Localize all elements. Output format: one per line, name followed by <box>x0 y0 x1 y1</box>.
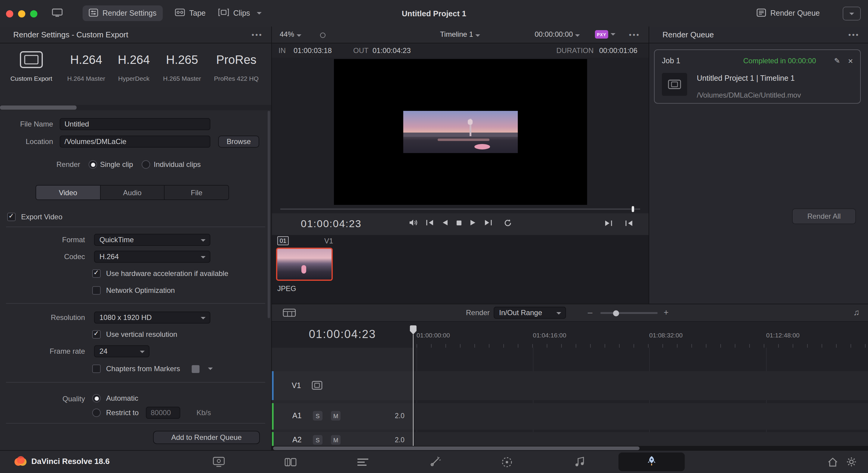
chapters-checkbox[interactable] <box>92 365 101 373</box>
render-job-card[interactable]: Job 1 Completed in 00:00:00 ✎ × Untitled… <box>654 50 861 104</box>
timeline-ruler[interactable]: 01:00:04:23 01:00:00:00 01:04:16:00 01:0… <box>272 321 868 348</box>
resolution-select[interactable]: 1080 x 1920 HD <box>94 312 210 323</box>
render-queue-toggle-button[interactable]: Render Queue <box>750 5 826 21</box>
workspace-layout-button[interactable] <box>843 7 861 21</box>
timeline-zoom-knob[interactable] <box>613 310 619 316</box>
add-to-render-queue-button[interactable]: Add to Render Queue <box>153 431 260 444</box>
edit-page-icon[interactable] <box>351 453 375 471</box>
format-select[interactable]: QuickTime <box>94 234 210 246</box>
clip-thumbnail[interactable] <box>276 248 333 281</box>
title-bar: Render Settings Tape Clips Untitled Proj… <box>0 0 868 27</box>
tab-file[interactable]: File <box>164 186 228 199</box>
last-frame-icon[interactable] <box>484 219 492 226</box>
render-all-button[interactable]: Render All <box>792 209 856 224</box>
in-value: 01:00:03:18 <box>293 46 332 55</box>
clips-button[interactable]: Clips <box>212 5 268 21</box>
tab-audio[interactable]: Audio <box>100 186 164 199</box>
timeline-select[interactable]: Timeline 1 <box>440 30 480 38</box>
ruler-lane[interactable]: 01:00:00:00 01:04:16:00 01:08:32:00 01:1… <box>413 321 868 348</box>
preset-h264-master[interactable]: H.264 H.264 Master <box>63 46 110 82</box>
export-video-checkbox[interactable] <box>7 213 16 221</box>
viewer-more-icon[interactable]: ••• <box>629 31 640 39</box>
first-frame-icon[interactable] <box>426 219 433 226</box>
viewer-status-icon[interactable] <box>320 33 326 38</box>
vertical-resolution-checkbox[interactable] <box>92 330 101 339</box>
app-name: DaVinci Resolve 18.6 <box>31 457 110 466</box>
preset-hyperdeck[interactable]: H.264 HyperDeck <box>112 46 156 82</box>
presets-scrollbar[interactable] <box>0 105 271 110</box>
location-input[interactable]: /Volumes/DMLaCie <box>60 135 210 148</box>
presets-scrollbar-thumb[interactable] <box>0 105 76 110</box>
preset-h265-master[interactable]: H.265 H.265 Master <box>158 46 206 82</box>
zoom-in-icon[interactable]: + <box>664 307 669 317</box>
play-reverse-icon[interactable] <box>441 219 448 226</box>
solo-button[interactable]: S <box>313 435 322 445</box>
deliver-page-active[interactable] <box>618 452 685 471</box>
job-close-icon[interactable]: × <box>848 56 853 66</box>
tab-video[interactable]: Video <box>36 186 100 199</box>
dual-screen-icon[interactable] <box>52 8 63 19</box>
fusion-page-icon[interactable] <box>423 453 447 471</box>
quality-automatic-radio[interactable] <box>92 394 101 403</box>
individual-clips-radio[interactable] <box>142 160 150 169</box>
job-thumbnail-icon <box>662 73 687 96</box>
proxy-toggle[interactable]: PXY <box>595 30 615 38</box>
file-name-input[interactable]: Untitled <box>60 118 210 130</box>
network-optimization-checkbox[interactable] <box>92 286 101 295</box>
viewer-jog-bar[interactable] <box>272 205 649 213</box>
fairlight-page-icon[interactable] <box>568 453 592 471</box>
preset-big-text: H.264 <box>63 46 110 73</box>
close-window-button[interactable] <box>6 10 13 18</box>
track-header-a2[interactable]: A2 S M 2.0 <box>272 432 413 446</box>
job-edit-icon[interactable]: ✎ <box>834 57 840 65</box>
panel-more-icon[interactable]: ••• <box>252 30 263 39</box>
home-icon[interactable] <box>824 453 841 471</box>
settings-scrollbar[interactable] <box>268 111 270 318</box>
audio-waveform-icon[interactable]: ♫ <box>853 307 860 317</box>
track-header-v1[interactable]: V1 <box>272 371 413 400</box>
quality-restrict-radio[interactable] <box>92 409 101 417</box>
render-range-select[interactable]: In/Out Range <box>494 307 566 319</box>
track-header-a1[interactable]: A1 S M 2.0 <box>272 403 413 430</box>
zoom-out-icon[interactable]: – <box>588 307 592 317</box>
timeline-view-options-icon[interactable] <box>283 309 296 319</box>
track-lane-a1[interactable] <box>413 403 868 430</box>
loop-icon[interactable] <box>503 219 512 226</box>
marker-color-swatch[interactable] <box>192 365 199 373</box>
viewer-screen[interactable] <box>334 59 587 205</box>
go-to-in-icon[interactable] <box>624 220 633 228</box>
preset-prores[interactable]: ProRes ProRes 422 HQ <box>210 46 263 82</box>
marker-color-chevron-icon[interactable] <box>208 368 213 370</box>
color-page-icon[interactable] <box>495 453 519 471</box>
codec-select[interactable]: H.264 <box>94 251 210 263</box>
single-clip-radio[interactable] <box>89 160 97 169</box>
davinci-resolve-logo <box>14 456 27 468</box>
play-icon[interactable] <box>470 219 476 226</box>
tape-button[interactable]: Tape <box>169 5 212 21</box>
settings-gear-icon[interactable] <box>843 453 860 471</box>
volume-icon[interactable] <box>409 219 418 226</box>
play-around-icon[interactable] <box>604 220 613 228</box>
hardware-acceleration-checkbox[interactable] <box>92 269 101 278</box>
mute-button[interactable]: M <box>331 435 341 445</box>
bitrate-input[interactable]: 80000 <box>146 407 180 419</box>
timeline-scrollbar-thumb[interactable] <box>273 446 640 450</box>
zoom-level-select[interactable]: 44% <box>280 30 301 38</box>
minimize-window-button[interactable] <box>18 10 25 18</box>
mute-button[interactable]: M <box>331 411 341 420</box>
frame-rate-select[interactable]: 24 <box>94 345 150 357</box>
render-settings-button[interactable]: Render Settings <box>83 5 162 21</box>
zoom-window-button[interactable] <box>30 10 37 18</box>
track-lane-a2[interactable] <box>413 432 868 446</box>
viewer-timecode-select[interactable]: 00:00:00:00 <box>535 30 580 38</box>
browse-button[interactable]: Browse <box>218 135 259 148</box>
media-page-icon[interactable] <box>207 453 231 471</box>
track-lane-v1[interactable] <box>413 371 868 400</box>
solo-button[interactable]: S <box>313 411 322 420</box>
preset-custom-export[interactable]: Custom Export <box>6 46 57 82</box>
queue-more-icon[interactable]: ••• <box>848 30 860 39</box>
stop-icon[interactable] <box>456 220 462 226</box>
cut-page-icon[interactable] <box>278 453 303 471</box>
jog-playhead[interactable] <box>632 206 634 212</box>
timeline-zoom-slider[interactable] <box>600 312 658 314</box>
